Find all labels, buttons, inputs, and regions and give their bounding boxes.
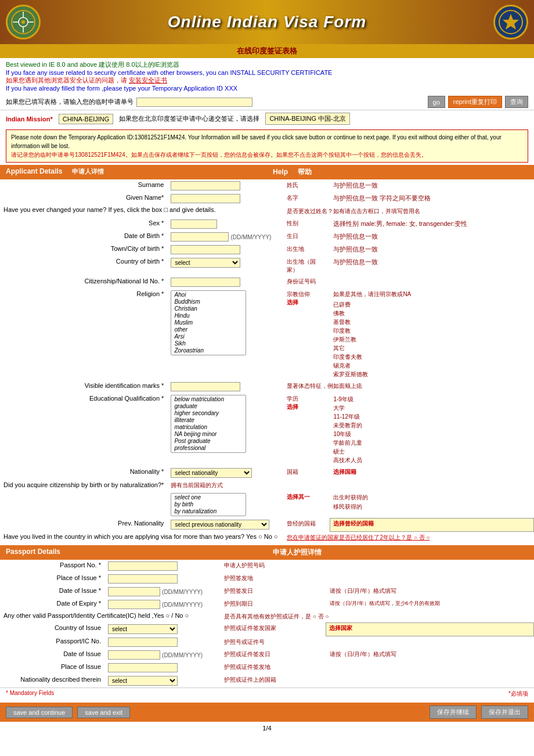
notice-line3: 如果您遇到其他浏览器安全认证的问题，请 安装安全证书 bbox=[6, 76, 528, 85]
dob-row: Date of Birth * (DD/MM/YYYY) 生日 与护照信息一致 bbox=[0, 231, 534, 243]
mandatory-en: * Mandatory Fields bbox=[6, 690, 54, 698]
nationality-help-select: 选择国籍 bbox=[330, 466, 533, 480]
help-label: Help 帮助 bbox=[267, 165, 534, 179]
country-birth-input-cell: select bbox=[167, 256, 283, 276]
date-expiry-cn: 护照到期日 bbox=[221, 598, 326, 611]
visible-id-input[interactable] bbox=[171, 382, 240, 391]
country-birth-row: Country of birth * select 出生地（国家） 与护照信息一… bbox=[0, 256, 534, 276]
app-id-row: 如果您已填写表格，请输入您的临时申请单号 bbox=[6, 98, 252, 107]
nationality-therein-row: Nationality described therein select 护照或… bbox=[0, 674, 534, 687]
date-expiry-row: Date of Expiry * (DD/MM/YYYY) 护照到期日 请按（日… bbox=[0, 598, 534, 611]
nationality-help-cn: 国籍 bbox=[283, 466, 330, 480]
education-select[interactable]: below matriculation graduate higher seco… bbox=[171, 395, 246, 453]
save-exit-button[interactable]: save and exit bbox=[77, 707, 130, 718]
country-birth-select[interactable]: select bbox=[171, 258, 240, 268]
mission-select[interactable]: CHINA-BEIJING 中国-北京 bbox=[265, 113, 349, 125]
place-issue-input-cell bbox=[104, 573, 221, 585]
applicant-form: Surname 姓氏 与护照信息一致 Given Name* 名字 与护照信息一… bbox=[0, 179, 534, 543]
passport-no-label: Passport No. * bbox=[0, 560, 104, 573]
passport-section-header: Passport Details 申请人护照详情 bbox=[0, 545, 534, 560]
education-help-cell: 学历 选择 bbox=[283, 393, 330, 466]
date-issue-input[interactable] bbox=[108, 587, 160, 596]
surname-input[interactable] bbox=[171, 181, 240, 190]
nationality-select[interactable]: select nationality bbox=[171, 468, 252, 478]
save-continue-cn-button[interactable]: 保存并继续 bbox=[430, 705, 477, 719]
sex-input[interactable] bbox=[171, 219, 217, 229]
other-passport-row: Any other valid Passport/Identity Certif… bbox=[0, 611, 534, 623]
date-issue2-input[interactable] bbox=[108, 650, 160, 660]
citizenship-select[interactable]: select one by birth by naturalization bbox=[171, 493, 246, 516]
date-expiry-input-cell: (DD/MM/YYYY) bbox=[104, 598, 221, 611]
page-number: 1/4 bbox=[0, 722, 534, 735]
citizenship-select-row: select one by birth by naturalization 选择… bbox=[0, 491, 534, 518]
app-notice-cn: 请记录您的临时申请单号130812521F1M424。如果点击保存或者继续下一页… bbox=[11, 150, 523, 159]
religion-list: 已辟费 佛教 基督教 印度教 伊斯兰教 其它 印度耆夫教 锡克者 索罗亚斯德教 bbox=[333, 300, 530, 379]
date-expiry-input[interactable] bbox=[108, 600, 160, 609]
country-issue-select-cn: 选择国家 bbox=[326, 622, 534, 636]
header-banner: Online Indian Visa Form bbox=[0, 0, 534, 44]
given-name-label: Given Name* bbox=[0, 192, 167, 205]
country-birth-label: Country of birth * bbox=[0, 256, 167, 276]
sex-row: Sex * 性别 选择性别 male:男, female: 女, transge… bbox=[0, 218, 534, 231]
logo-right bbox=[493, 5, 528, 39]
place-issue-input[interactable] bbox=[108, 574, 178, 584]
passport-ic-input-cell bbox=[104, 636, 221, 649]
mission-value: CHINA-BEIJING bbox=[59, 114, 114, 124]
surname-row: Surname 姓氏 与护照信息一致 bbox=[0, 179, 534, 192]
passport-ic-input[interactable] bbox=[108, 638, 178, 647]
reprint-button[interactable]: reprint重复打印 bbox=[448, 96, 502, 108]
visible-id-help: 显著体态特征，例如面颊上痣 bbox=[283, 380, 533, 393]
visible-id-row: Visible identification marks * 显著体态特征，例如… bbox=[0, 380, 534, 393]
save-exit-cn-button[interactable]: 保存并退出 bbox=[481, 705, 528, 719]
town-input[interactable] bbox=[171, 245, 240, 254]
place-issue-row: Place of Issue * 护照签发地 bbox=[0, 573, 534, 585]
date-issue-label: Date of Issue * bbox=[0, 585, 104, 598]
town-help-cn: 出生地 bbox=[283, 243, 330, 256]
top-buttons: go reprint重复打印 查询 bbox=[428, 96, 528, 108]
national-id-input-cell bbox=[167, 276, 283, 289]
prev-nationality-select[interactable]: select previous nationality bbox=[171, 520, 269, 530]
nationality-therein-select[interactable]: select bbox=[108, 676, 178, 686]
app-id-input[interactable] bbox=[136, 98, 252, 107]
prev-nationality-input-cell: select previous nationality bbox=[167, 518, 283, 531]
other-passport-cn: 是否具有其他有效护照或证件，是 ○ 否 ○ bbox=[221, 611, 534, 623]
religion-select[interactable]: Ahoi Buddhism Christian Hindu Muslim oth… bbox=[171, 290, 246, 355]
nationality-therein-label: Nationality described therein bbox=[0, 674, 104, 687]
prev-nationality-row: Prev. Nationality select previous nation… bbox=[0, 518, 534, 531]
country-help-cn: 出生地（国家） bbox=[283, 256, 330, 276]
date-expiry-cn2: 请按（日/月/年）格式填写，至少6个月的有效期 bbox=[326, 598, 534, 611]
citizenship-help-select: 选择其一 bbox=[283, 491, 330, 518]
place-issue-cn: 护照签发地 bbox=[221, 573, 534, 585]
sex-help-text: 选择性别 male:男, female: 女, transgender:变性 bbox=[330, 218, 533, 231]
date-issue2-input-cell: (DD/MM/YYYY) bbox=[104, 649, 221, 661]
religion-help-list: 如果是其他，请注明宗教或NA 已辟费 佛教 基督教 印度教 伊斯兰教 其它 印度… bbox=[330, 289, 533, 380]
bottom-buttons-left: save and continue save and exit bbox=[6, 707, 130, 718]
place-issue2-row: Place of Issue 护照或证件签发地 bbox=[0, 661, 534, 674]
national-id-input[interactable] bbox=[171, 278, 240, 287]
town-help-text: 与护照信息一致 bbox=[330, 243, 533, 256]
country-issue-select[interactable]: select bbox=[108, 624, 178, 634]
given-name-input[interactable] bbox=[171, 194, 240, 203]
place-issue2-input[interactable] bbox=[108, 663, 178, 672]
bottom-action-bar: save and continue save and exit 保存并继续 保存… bbox=[0, 703, 534, 722]
religion-input-cell: Ahoi Buddhism Christian Hindu Muslim oth… bbox=[167, 289, 283, 380]
education-help-cn: 学历 bbox=[287, 395, 326, 403]
religion-cn2: 如果是其他，请注明宗教或NA bbox=[333, 290, 530, 298]
passport-no-cn: 申请人护照号码 bbox=[221, 560, 534, 573]
query-button[interactable]: 查询 bbox=[505, 96, 528, 108]
save-continue-button[interactable]: save and continue bbox=[6, 707, 73, 718]
given-name-help-text: 与护照信息一致 字符之间不要空格 bbox=[330, 192, 533, 205]
passport-no-input[interactable] bbox=[108, 561, 178, 571]
town-row: Town/City of birth * 出生地 与护照信息一致 bbox=[0, 243, 534, 256]
date-issue-row: Date of Issue * (DD/MM/YYYY) 护照签发日 请按（日/… bbox=[0, 585, 534, 598]
dob-input[interactable] bbox=[171, 232, 229, 242]
mission-label: Indian Mission* bbox=[6, 116, 53, 123]
security-cert-link[interactable]: 安装安全证书 bbox=[129, 77, 167, 84]
passport-form: Passport No. * 申请人护照号码 Place of Issue * … bbox=[0, 560, 534, 688]
passport-details-label-cn: 申请人护照详情 bbox=[267, 545, 534, 560]
education-label: Educational Qualification * bbox=[0, 393, 167, 466]
citizenship-select-cell: select one by birth by naturalization bbox=[167, 491, 283, 518]
country-issue-input-cell: select bbox=[104, 622, 221, 636]
go-button[interactable]: go bbox=[428, 96, 445, 108]
app-notice-en: Please note down the Temporary Applicati… bbox=[11, 133, 523, 150]
